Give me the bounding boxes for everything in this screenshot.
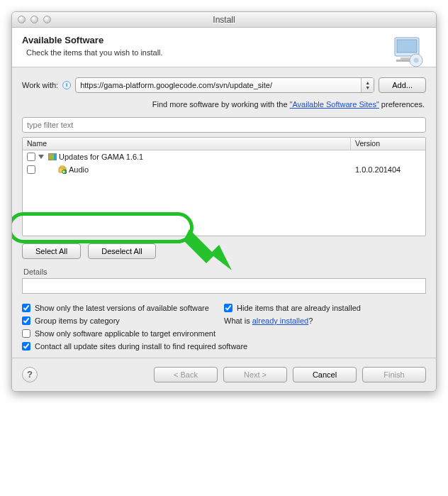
opt-group[interactable]: Group items by category bbox=[22, 316, 224, 325]
already-installed-link[interactable]: already installed bbox=[252, 316, 309, 325]
available-sites-link[interactable]: "Available Software Sites" bbox=[290, 100, 379, 109]
cancel-button[interactable]: Cancel bbox=[293, 367, 357, 382]
svg-rect-1 bbox=[397, 40, 417, 53]
software-tree[interactable]: Name Version Updates for GAMA 1.6.1 Audi… bbox=[22, 137, 426, 236]
dialog-footer: ? < Back Next > Cancel Finish bbox=[12, 358, 436, 391]
add-site-button[interactable]: Add... bbox=[379, 77, 426, 93]
what-is-installed: What is already installed? bbox=[224, 316, 426, 325]
expand-icon[interactable] bbox=[38, 155, 44, 159]
next-button: Next > bbox=[223, 367, 287, 382]
opt-contact-sites-checkbox[interactable] bbox=[22, 342, 30, 351]
dialog-header: Available Software Check the items that … bbox=[12, 28, 436, 67]
find-more-suffix: preferences. bbox=[379, 100, 425, 109]
opt-hide-installed[interactable]: Hide items that are already installed bbox=[224, 304, 426, 312]
opt-target-env-checkbox[interactable] bbox=[22, 329, 30, 338]
opt-latest-checkbox[interactable] bbox=[22, 304, 30, 312]
item-checkbox[interactable] bbox=[27, 165, 35, 174]
tree-header: Name Version bbox=[23, 138, 425, 150]
back-button: < Back bbox=[154, 367, 218, 382]
category-label: Updates for GAMA 1.6.1 bbox=[59, 153, 351, 161]
details-section: Details bbox=[22, 268, 426, 294]
opt-latest[interactable]: Show only the latest versions of availab… bbox=[22, 304, 224, 312]
titlebar: Install bbox=[12, 12, 436, 28]
whatis-suffix: ? bbox=[308, 316, 313, 325]
work-with-label: Work with: bbox=[22, 81, 58, 89]
opt-target-env[interactable]: Show only software applicable to target … bbox=[22, 329, 426, 338]
tree-item-row[interactable]: Audio 1.0.0.201404 bbox=[23, 163, 425, 176]
combo-chevron-icon[interactable]: ▲▼ bbox=[361, 78, 374, 92]
install-wizard-icon bbox=[391, 35, 425, 69]
opt-hide-installed-checkbox[interactable] bbox=[224, 304, 233, 312]
select-all-button[interactable]: Select All bbox=[22, 243, 81, 259]
tree-body: Updates for GAMA 1.6.1 Audio 1.0.0.20140… bbox=[23, 150, 425, 176]
work-with-combo[interactable]: https://gama-platform.googlecode.com/svn… bbox=[75, 77, 374, 93]
tree-category-row[interactable]: Updates for GAMA 1.6.1 bbox=[23, 150, 425, 163]
help-button[interactable]: ? bbox=[22, 367, 38, 382]
category-icon bbox=[48, 153, 57, 160]
category-checkbox[interactable] bbox=[27, 153, 35, 161]
info-icon: i bbox=[62, 81, 71, 89]
filter-input[interactable] bbox=[22, 117, 426, 133]
svg-rect-7 bbox=[60, 166, 65, 168]
page-subtitle: Check the items that you wish to install… bbox=[26, 48, 426, 57]
work-with-row: Work with: i https://gama-platform.googl… bbox=[22, 77, 426, 93]
opt-contact-sites-label: Contact all update sites during install … bbox=[35, 342, 247, 351]
finish-button: Finish bbox=[362, 367, 426, 382]
selection-buttons: Select All Deselect All bbox=[22, 243, 426, 259]
opt-contact-sites[interactable]: Contact all update sites during install … bbox=[22, 342, 426, 351]
feature-icon bbox=[58, 165, 67, 174]
opt-latest-label: Show only the latest versions of availab… bbox=[35, 304, 209, 312]
find-more-prefix: Find more software by working with the bbox=[152, 100, 290, 109]
column-version[interactable]: Version bbox=[351, 138, 425, 150]
column-name[interactable]: Name bbox=[23, 138, 351, 150]
details-text[interactable] bbox=[22, 278, 426, 294]
svg-point-5 bbox=[414, 58, 419, 63]
opt-group-label: Group items by category bbox=[35, 316, 120, 325]
dialog-body: Work with: i https://gama-platform.googl… bbox=[12, 67, 436, 358]
page-title: Available Software bbox=[22, 35, 426, 45]
opt-target-env-label: Show only software applicable to target … bbox=[35, 329, 215, 338]
item-version: 1.0.0.201404 bbox=[351, 165, 425, 174]
details-label: Details bbox=[22, 268, 426, 276]
work-with-value: https://gama-platform.googlecode.com/svn… bbox=[80, 81, 369, 89]
deselect-all-button[interactable]: Deselect All bbox=[88, 243, 155, 259]
options-grid: Show only the latest versions of availab… bbox=[22, 304, 426, 351]
opt-group-checkbox[interactable] bbox=[22, 316, 30, 325]
find-more-line: Find more software by working with the "… bbox=[23, 100, 425, 109]
window-title: Install bbox=[12, 15, 436, 25]
install-dialog: Install Available Software Check the ite… bbox=[11, 11, 437, 392]
item-label: Audio bbox=[69, 165, 351, 174]
whatis-prefix: What is bbox=[224, 316, 252, 325]
opt-hide-installed-label: Hide items that are already installed bbox=[237, 304, 361, 312]
